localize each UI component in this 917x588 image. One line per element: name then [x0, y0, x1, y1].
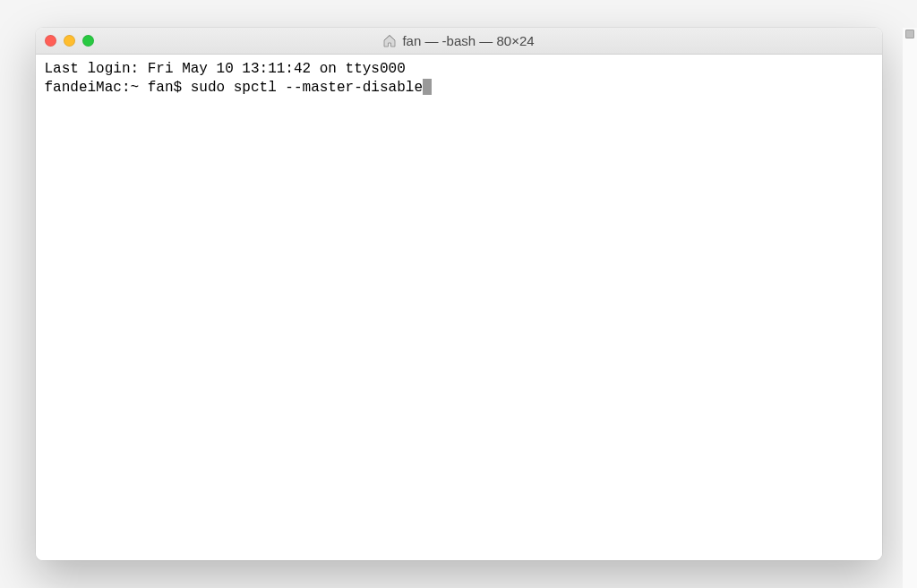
minimize-button[interactable]	[64, 35, 75, 47]
terminal-content[interactable]: Last login: Fri May 10 13:11:42 on ttys0…	[36, 55, 882, 560]
window-titlebar[interactable]: fan — -bash — 80×24	[36, 28, 882, 55]
zoom-button[interactable]	[82, 35, 94, 47]
terminal-window: fan — -bash — 80×24 Last login: Fri May …	[36, 28, 882, 560]
cursor	[423, 79, 432, 95]
command-input: sudo spctl --master-disable	[191, 80, 423, 96]
title-container: fan — -bash — 80×24	[36, 33, 882, 48]
traffic-lights	[45, 35, 94, 47]
last-login-line: Last login: Fri May 10 13:11:42 on ttys0…	[45, 60, 873, 79]
home-icon	[382, 34, 397, 48]
close-button[interactable]	[45, 35, 56, 47]
window-title: fan — -bash — 80×24	[402, 33, 534, 48]
prompt: fandeiMac:~ fan$	[45, 80, 191, 96]
